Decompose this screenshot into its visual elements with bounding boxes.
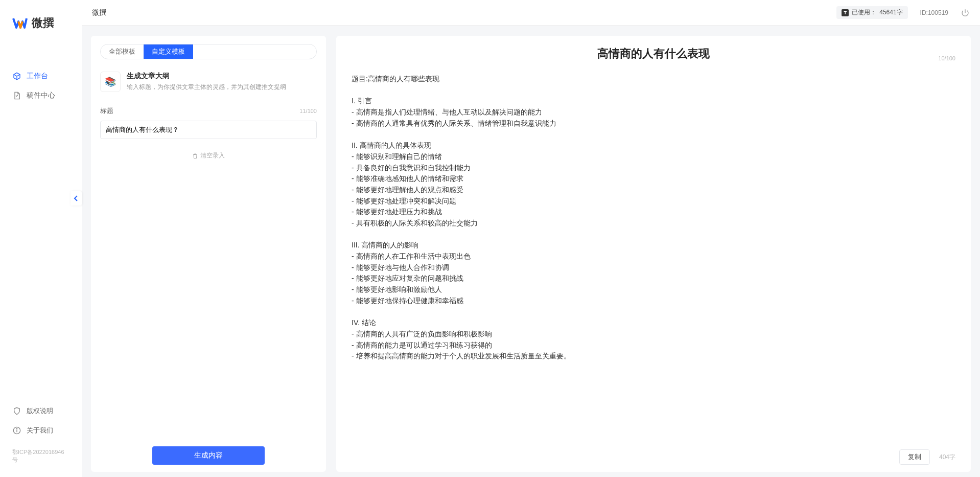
copy-button[interactable]: 复制 — [899, 449, 930, 465]
sidebar-item-drafts[interactable]: 稿件中心 — [0, 86, 82, 105]
sidebar-item-label: 关于我们 — [27, 426, 53, 435]
title-field-counter: 11/100 — [299, 108, 317, 114]
logo-icon — [12, 15, 28, 31]
user-id: ID:100519 — [920, 9, 948, 16]
template-title: 生成文章大纲 — [127, 72, 286, 81]
word-count: 404字 — [939, 453, 955, 462]
footer-nav: 版权说明 关于我们 — [0, 401, 82, 445]
sidebar-item-workspace[interactable]: 工作台 — [0, 66, 82, 86]
usage-prefix: 已使用： — [852, 8, 876, 17]
svg-point-2 — [16, 428, 17, 429]
topbar: 微撰 T 已使用： 45641字 ID:100519 — [82, 0, 980, 26]
output-panel: 高情商的人有什么表现 10/100 题目:高情商的人有哪些表现 I. 引言 - … — [336, 36, 971, 472]
info-icon — [12, 426, 21, 435]
shield-icon — [12, 406, 21, 416]
input-panel: 全部模板 自定义模板 📚 生成文章大纲 输入标题，为你提供文章主体的灵感，并为其… — [91, 36, 326, 472]
logo-text: 微撰 — [32, 15, 54, 31]
primary-nav: 工作台 稿件中心 — [0, 46, 82, 401]
sidebar-item-label: 稿件中心 — [27, 91, 55, 100]
cube-icon — [12, 72, 21, 81]
sidebar-item-copyright[interactable]: 版权说明 — [0, 401, 82, 421]
title-field-label: 标题 — [100, 106, 113, 116]
clear-input-button[interactable]: 清空录入 — [100, 151, 317, 160]
sidebar-item-about[interactable]: 关于我们 — [0, 421, 82, 440]
output-body: 题目:高情商的人有哪些表现 I. 引言 - 高情商是指人们处理情绪、与他人互动以… — [352, 74, 955, 443]
usage-badge[interactable]: T 已使用： 45641字 — [836, 6, 907, 19]
sidebar-item-label: 版权说明 — [27, 406, 53, 416]
chevron-left-icon — [74, 195, 79, 201]
sidebar: 微撰 工作台 稿件中心 版权说明 — [0, 0, 82, 477]
template-card: 📚 生成文章大纲 输入标题，为你提供文章主体的灵感，并为其创建推文提纲 — [100, 72, 317, 92]
collapse-sidebar-button[interactable] — [71, 191, 82, 206]
power-button[interactable] — [961, 8, 970, 17]
template-desc: 输入标题，为你提供文章主体的灵感，并为其创建推文提纲 — [127, 83, 286, 92]
main: 微撰 T 已使用： 45641字 ID:100519 全部模板 自定义模板 — [82, 0, 980, 477]
icp-text: 鄂ICP备2022016946号 — [0, 445, 82, 467]
title-field: 标题 11/100 — [100, 106, 317, 139]
books-icon: 📚 — [100, 72, 121, 92]
trash-icon — [192, 153, 198, 159]
logo: 微撰 — [0, 10, 82, 46]
content: 全部模板 自定义模板 📚 生成文章大纲 输入标题，为你提供文章主体的灵感，并为其… — [82, 26, 980, 477]
tab-custom-templates[interactable]: 自定义模板 — [144, 44, 193, 59]
page-title: 微撰 — [92, 8, 106, 17]
title-input[interactable] — [100, 121, 317, 139]
output-title-counter: 10/100 — [938, 55, 955, 61]
clear-input-label: 清空录入 — [200, 151, 225, 160]
sidebar-item-label: 工作台 — [27, 72, 48, 81]
generate-button[interactable]: 生成内容 — [152, 446, 265, 465]
usage-value: 45641字 — [879, 8, 902, 17]
document-icon — [12, 91, 21, 100]
tab-all-templates[interactable]: 全部模板 — [101, 44, 144, 59]
output-title: 高情商的人有什么表现 — [597, 46, 710, 61]
template-tabs: 全部模板 自定义模板 — [100, 44, 317, 59]
text-icon: T — [842, 9, 849, 16]
